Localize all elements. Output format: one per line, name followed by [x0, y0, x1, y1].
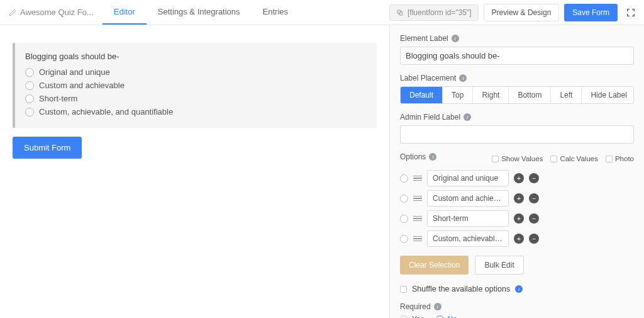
label-text: Options — [400, 152, 426, 161]
pencil-icon — [9, 9, 16, 16]
radio-option[interactable]: Custom, achievable, and quantifiable — [25, 107, 367, 116]
info-icon[interactable]: i — [434, 303, 441, 310]
tab-entries[interactable]: Entries — [252, 0, 299, 25]
field-label: Blogging goals should be- — [25, 52, 367, 61]
label-placement-group: Label Placement i Default Top Right Bott… — [400, 74, 634, 104]
photo-toggle[interactable]: Photo — [606, 155, 634, 162]
shortcode-text: [fluentform id="35"] — [408, 8, 472, 17]
placement-hide[interactable]: Hide Label — [582, 87, 634, 103]
option-row: + − — [400, 170, 634, 186]
radio-text: Short-term — [39, 94, 77, 103]
remove-option-button[interactable]: − — [529, 234, 539, 244]
options-header: Options i Show Values Calc Values Photo — [400, 152, 634, 165]
submit-button[interactable]: Submit Form — [13, 137, 82, 159]
info-icon[interactable]: i — [429, 153, 436, 161]
add-option-button[interactable]: + — [514, 173, 524, 183]
checkbox-icon — [400, 286, 407, 293]
radio-icon — [400, 315, 408, 319]
radio-icon — [25, 94, 34, 103]
radio-icon — [25, 81, 34, 90]
radio-text: Custom and achievable — [39, 81, 125, 90]
label-text: Shuffle the available options — [412, 285, 510, 293]
label-text: Photo — [615, 155, 634, 162]
drag-handle-icon[interactable] — [413, 216, 422, 222]
tab-editor[interactable]: Editor — [103, 0, 147, 25]
admin-label-title: Admin Field Label i — [400, 113, 634, 122]
options-title: Options i — [400, 152, 436, 161]
placement-right[interactable]: Right — [473, 87, 509, 103]
form-title[interactable]: Awesome Quiz Fo... — [0, 8, 103, 17]
checkbox-icon — [606, 156, 613, 162]
option-input[interactable] — [427, 170, 509, 186]
bulk-edit-button[interactable]: Bulk Edit — [475, 256, 523, 275]
info-icon[interactable]: i — [515, 285, 523, 293]
required-options: Yes No — [400, 315, 634, 318]
options-toggles: Show Values Calc Values Photo — [492, 155, 634, 162]
label-text: Element Label — [400, 34, 448, 43]
option-radio[interactable] — [400, 195, 408, 203]
remove-option-button[interactable]: − — [529, 173, 539, 183]
drag-handle-icon[interactable] — [413, 196, 422, 202]
radio-text: Original and unique — [39, 67, 110, 77]
label-text: Required — [400, 302, 431, 311]
option-row: + − — [400, 190, 634, 207]
form-title-text: Awesome Quiz Fo... — [20, 8, 94, 17]
label-text: Yes — [412, 315, 425, 318]
tab-settings[interactable]: Settings & Integrations — [147, 0, 252, 25]
radio-icon — [25, 108, 34, 116]
drag-handle-icon[interactable] — [413, 176, 422, 181]
required-yes[interactable]: Yes — [400, 315, 425, 318]
radio-icon — [436, 315, 444, 319]
label-text: Admin Field Label — [400, 113, 460, 122]
remove-option-button[interactable]: − — [529, 193, 539, 203]
label-placement-title: Label Placement i — [400, 74, 634, 82]
info-icon[interactable]: i — [452, 35, 459, 42]
element-label-title: Element Label i — [400, 34, 634, 43]
show-values-toggle[interactable]: Show Values — [492, 155, 543, 162]
option-input[interactable] — [427, 230, 509, 247]
add-option-button[interactable]: + — [514, 193, 524, 203]
add-option-button[interactable]: + — [514, 213, 524, 224]
radio-option[interactable]: Original and unique — [25, 67, 367, 77]
checkbox-icon — [492, 156, 499, 162]
clear-selection-button[interactable]: Clear Selection — [400, 256, 469, 275]
required-no[interactable]: No — [436, 315, 457, 318]
option-radio[interactable] — [400, 174, 408, 183]
remove-option-button[interactable]: − — [529, 213, 539, 224]
topbar-right: [fluentform id="35"] Preview & Design Sa… — [389, 4, 639, 21]
admin-label-group: Admin Field Label i — [400, 113, 634, 144]
radio-option[interactable]: Custom and achievable — [25, 81, 367, 90]
info-icon[interactable]: i — [459, 74, 467, 82]
placement-default[interactable]: Default — [401, 87, 443, 103]
form-canvas: Blogging goals should be- Original and u… — [0, 25, 389, 318]
fullscreen-button[interactable] — [623, 4, 639, 21]
radio-text: Custom, achievable, and quantifiable — [39, 107, 173, 116]
label-text: No — [448, 315, 457, 318]
calc-values-toggle[interactable]: Calc Values — [550, 155, 598, 162]
option-row: + − — [400, 210, 634, 227]
add-option-button[interactable]: + — [514, 234, 524, 244]
option-radio[interactable] — [400, 235, 408, 243]
placement-bottom[interactable]: Bottom — [509, 87, 551, 103]
topbar-left: Awesome Quiz Fo... Editor Settings & Int… — [0, 0, 299, 25]
drag-handle-icon[interactable] — [413, 236, 422, 242]
field-card-radio[interactable]: Blogging goals should be- Original and u… — [13, 43, 377, 128]
radio-icon — [25, 68, 34, 77]
preview-design-button[interactable]: Preview & Design — [484, 4, 560, 21]
option-actions: Clear Selection Bulk Edit — [400, 256, 634, 275]
option-input[interactable] — [427, 210, 509, 227]
element-label-input[interactable] — [400, 47, 634, 65]
placement-top[interactable]: Top — [443, 87, 473, 103]
label-text: Label Placement — [400, 74, 456, 82]
placement-left[interactable]: Left — [551, 87, 582, 103]
shortcode-pill[interactable]: [fluentform id="35"] — [389, 4, 479, 21]
option-radio[interactable] — [400, 215, 408, 223]
radio-option[interactable]: Short-term — [25, 94, 367, 103]
option-input[interactable] — [427, 190, 509, 207]
save-form-button[interactable]: Save Form — [564, 4, 618, 21]
shuffle-toggle[interactable]: Shuffle the available options i — [400, 285, 634, 293]
info-icon[interactable]: i — [464, 113, 471, 121]
admin-label-input[interactable] — [400, 125, 634, 144]
required-title: Required i — [400, 302, 634, 311]
topbar: Awesome Quiz Fo... Editor Settings & Int… — [0, 0, 644, 25]
